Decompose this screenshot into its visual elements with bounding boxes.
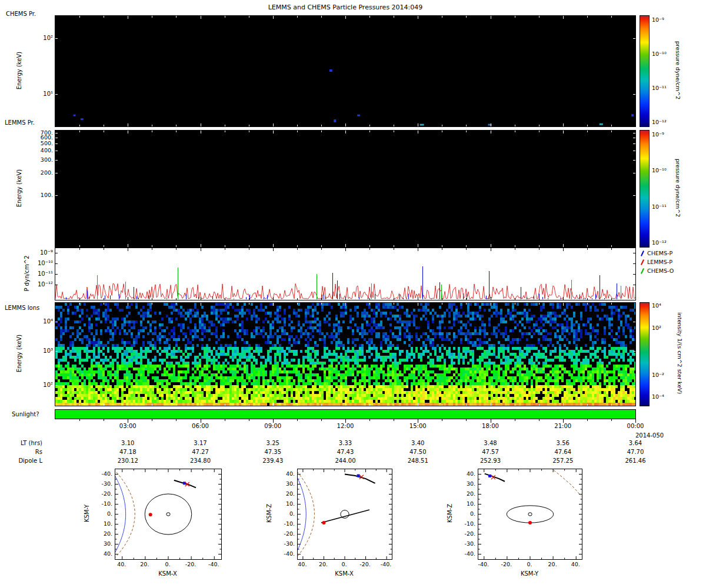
trajectory-path (485, 474, 505, 482)
orbit-y-tick-label: 10. (454, 500, 475, 507)
red-dot-marker (322, 521, 325, 524)
row-value: 257.25 (544, 457, 582, 465)
orbit-x-axis-label: KSM-X (321, 570, 368, 577)
spacecraft-square-marker (357, 475, 360, 477)
orbit-y-tick-label: 0. (91, 510, 112, 517)
orbit-y-tick-label: -40. (454, 550, 475, 557)
lemms-ions-spectrogram (55, 302, 636, 406)
orbit-plot-1 (115, 469, 222, 560)
legend-swatch (641, 250, 644, 256)
time-tick-mark (345, 419, 346, 423)
orbit-y-tick-label: -40. (274, 550, 295, 557)
time-tick-mark (491, 419, 491, 423)
orbit-x-tick-label: -20. (181, 561, 201, 567)
colorbar-tick-label: 10⁻¹² (652, 119, 678, 125)
orbit-y-tick-label: -30. (454, 540, 475, 547)
colorbar-tick-label: 10⁻² (652, 372, 678, 378)
panel-label-sunlight: Sunlight? (12, 411, 39, 418)
orbit-x-tick-label: 40. (112, 561, 132, 567)
row-value: 248.51 (399, 457, 437, 465)
orbit-y-tick-label: -30. (91, 480, 112, 487)
row-value: 47.64 (544, 449, 582, 456)
time-tick-label: 21:00 (550, 423, 576, 430)
next-day-label: 2014-050 (635, 432, 664, 439)
trajectory-path (554, 470, 581, 496)
time-tick-mark (273, 419, 274, 423)
colorbar-title-pressure-1: pressure dyne/cm^2 (674, 29, 681, 112)
orbit-x-tick-label: -20. (497, 561, 517, 567)
orbit-x-tick-label: -40. (376, 561, 396, 567)
time-tick-mark (369, 419, 370, 421)
y-tick-label: 10⁻⁹ (24, 249, 53, 256)
red-dot-marker (528, 521, 532, 524)
row-value: 3.25 (254, 440, 292, 447)
y-tick-label: 400. (24, 147, 53, 153)
row-label: Dipole L (4, 457, 42, 465)
orbit-y-tick-label: 10. (91, 520, 112, 527)
orbit-y-tick-label: -20. (274, 530, 295, 537)
orbit-x-tick-label: -40. (474, 561, 494, 567)
orbit-plot-3 (478, 469, 582, 560)
row-value: 3.64 (617, 440, 654, 447)
orbit-x-axis-label: KSM-Y (506, 570, 553, 577)
orbit-y-tick-label: 30. (274, 480, 295, 487)
time-tick-mark (563, 419, 564, 423)
orbit-y-tick-label: -10. (274, 520, 295, 527)
time-tick-label: 12:00 (332, 423, 358, 430)
colorbar-tick-label: 10⁻¹⁰ (652, 167, 678, 173)
y-tick-label: 200. (24, 169, 53, 176)
orbit-x-tick-label: 0. (158, 561, 178, 567)
row-value: 239.43 (254, 457, 292, 465)
orbit-y-tick-label: -40. (91, 470, 112, 477)
y-axis-title-energy-2: Energy (keV) (16, 159, 23, 218)
orbit-y-tick-label: 10. (274, 500, 295, 507)
row-value: 47.27 (182, 449, 219, 456)
time-tick-mark (104, 419, 104, 421)
y-tick-label: 10² (24, 382, 53, 389)
time-tick-mark (418, 419, 418, 423)
row-value: 234.80 (182, 457, 219, 465)
colorbar-tick-label: 10⁻¹¹ (652, 85, 678, 91)
row-value: 3.10 (109, 440, 146, 447)
colorbar-tick-label: 10⁻¹¹ (652, 203, 678, 210)
y-tick-label: 10⁴ (24, 318, 53, 325)
row-value: 47.18 (109, 449, 146, 456)
time-tick-mark (321, 419, 322, 421)
orbit-x-tick-label: 40. (292, 561, 312, 567)
row-value: 230.12 (109, 457, 146, 465)
time-tick-label: 15:00 (405, 423, 431, 430)
colorbar-tick-label: 10⁻⁹ (652, 16, 678, 23)
y-tick-label: 10⁻¹⁰ (24, 260, 53, 267)
row-label: Rs (4, 449, 42, 456)
pressure-line-plot (55, 248, 636, 300)
row-value: 252.93 (472, 457, 509, 465)
trajectory-path (321, 510, 369, 523)
orbit-y-tick-label: 30. (91, 540, 112, 547)
orbit-y-tick-label: 40. (274, 470, 295, 477)
red-dot-marker (149, 513, 152, 516)
y-tick-label: 500. (24, 140, 53, 146)
colorbar-title-intensity: intensity 1/(s cm^2 ster keV) (676, 303, 682, 403)
legend-swatch (641, 268, 644, 274)
time-tick-mark (297, 419, 298, 421)
colorbar-tick-label: 10⁻¹² (652, 239, 678, 246)
orbit-y-tick-label: -30. (274, 540, 295, 547)
time-tick-mark (539, 419, 540, 421)
row-value: 47.43 (327, 449, 364, 456)
orbit-plot-2 (297, 469, 392, 560)
legend-label: LEMMS-P (647, 259, 672, 265)
row-value: 47.35 (254, 449, 292, 456)
row-label: LT (hrs) (4, 440, 42, 447)
time-tick-mark (79, 419, 80, 421)
time-tick-mark (611, 419, 612, 421)
row-value: 3.56 (544, 440, 582, 447)
orbit-x-tick-label: -20. (355, 561, 375, 567)
orbit-y-tick-label: 40. (91, 550, 112, 557)
colorbar-pressure-2 (640, 130, 650, 248)
time-tick-mark (442, 419, 442, 421)
orbit-ellipse (166, 513, 170, 516)
colorbar-title-pressure-2: pressure dyne/cm^2 (674, 147, 681, 229)
orbit-x-tick-label: -40. (204, 561, 224, 567)
time-tick-mark (587, 419, 588, 421)
orbit-y-tick-label: 0. (454, 510, 475, 517)
